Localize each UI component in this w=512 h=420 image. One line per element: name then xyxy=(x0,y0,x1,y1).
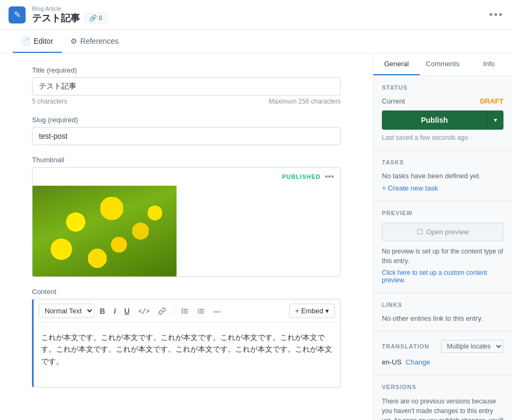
code-button[interactable]: </> xyxy=(135,305,153,317)
bullet-list-button[interactable] xyxy=(178,305,192,317)
topbar-left: ✎ Blog Article テスト記事 🔗 0 xyxy=(9,5,107,25)
nav-tabs: 📄 Editor ⚙ References xyxy=(0,30,512,53)
editor-toolbar: Normal Text Heading 1 Heading 2 B I U </… xyxy=(34,299,340,323)
panel-tab-comments[interactable]: Comments xyxy=(420,53,466,75)
editor-area: Title (required) 5 characters Maximum 25… xyxy=(0,53,373,420)
preview-section: PREVIEW ☐ Open preview No preview is set… xyxy=(373,201,512,293)
numbered-list-button[interactable]: 1.2.3. xyxy=(194,305,208,317)
publish-button[interactable]: Publish xyxy=(382,110,487,130)
embed-plus: + xyxy=(295,307,299,315)
versions-note: There are no previous versions because y… xyxy=(382,397,503,420)
status-row: Current DRAFT xyxy=(382,97,503,105)
thumbnail-box: PUBLISHED ••• xyxy=(32,167,341,277)
status-value: DRAFT xyxy=(480,97,503,105)
thumbnail-label: Thumbnail xyxy=(32,156,341,164)
right-panel: General Comments Info STATUS Current DRA… xyxy=(373,53,512,420)
versions-section-label: VERSIONS xyxy=(382,384,503,390)
topbar-title: テスト記事 🔗 0 xyxy=(32,12,107,25)
preview-icon: ☐ xyxy=(417,228,423,236)
translation-header-row: TRANSLATION Multiple locales Single loca… xyxy=(382,340,503,353)
translation-section-label: TRANSLATION xyxy=(382,343,429,350)
panel-tab-info[interactable]: Info xyxy=(466,53,512,75)
publish-btn-group: Publish ▾ xyxy=(382,110,503,130)
topbar-subtitle: Blog Article xyxy=(32,5,107,12)
svg-rect-11 xyxy=(199,312,204,313)
tab-editor[interactable]: 📄 Editor xyxy=(13,30,62,53)
svg-point-4 xyxy=(181,312,182,313)
preview-section-label: PREVIEW xyxy=(382,210,503,216)
links-section-label: LINKS xyxy=(382,302,503,308)
title-label: Title (required) xyxy=(32,66,341,74)
content-label: Content xyxy=(32,288,341,296)
slug-input[interactable] xyxy=(32,127,341,145)
title-max: Maximum 256 characters xyxy=(269,98,341,105)
topbar-title-group: Blog Article テスト記事 🔗 0 xyxy=(32,5,107,25)
status-key: Current xyxy=(382,97,405,105)
svg-point-2 xyxy=(181,310,182,311)
content-text: これが本文です。これが本文です。これが本文です。これが本文です。これが本文です。… xyxy=(41,333,332,366)
links-empty-text: No other entries link to this entry. xyxy=(382,314,503,322)
tasks-section-label: TASKS xyxy=(382,159,503,165)
tasks-section: TASKS No tasks have been defined yet. + … xyxy=(373,150,512,201)
main-layout: Title (required) 5 characters Maximum 25… xyxy=(0,53,512,420)
open-preview-button[interactable]: ☐ Open preview xyxy=(382,223,503,241)
thumbnail-field-group: Thumbnail PUBLISHED ••• xyxy=(32,156,341,277)
embed-chevron: ▾ xyxy=(325,307,329,315)
preview-note: No preview is set up for the content typ… xyxy=(382,247,503,266)
references-tab-icon: ⚙ xyxy=(70,37,77,45)
thumbnail-image[interactable] xyxy=(33,186,177,276)
editor-box: Normal Text Heading 1 Heading 2 B I U </… xyxy=(32,299,341,387)
svg-rect-7 xyxy=(199,308,204,309)
slug-label: Slug (required) xyxy=(32,116,341,124)
panel-tabs: General Comments Info xyxy=(373,53,512,76)
title-char-count: 5 characters xyxy=(32,98,67,105)
more-menu-button[interactable]: ••• xyxy=(489,9,503,21)
underline-button[interactable]: U xyxy=(121,305,133,318)
panel-tab-general[interactable]: General xyxy=(373,53,420,75)
embed-label: Embed xyxy=(301,307,323,315)
bold-button[interactable]: B xyxy=(97,305,108,318)
title-field-group: Title (required) 5 characters Maximum 25… xyxy=(32,66,341,105)
thumbnail-header: PUBLISHED ••• xyxy=(33,168,340,186)
toolbar-separator-1 xyxy=(173,307,174,315)
locale-tag: en-US xyxy=(382,358,402,366)
svg-rect-3 xyxy=(183,311,188,311)
hr-button[interactable]: — xyxy=(210,305,224,318)
thumbnail-menu-button[interactable]: ••• xyxy=(325,172,334,181)
page-title: テスト記事 xyxy=(32,12,80,25)
translation-locale-select[interactable]: Multiple locales Single locale xyxy=(441,340,503,353)
preview-btn-label: Open preview xyxy=(426,228,469,236)
svg-text:3.: 3. xyxy=(197,311,199,314)
italic-button[interactable]: I xyxy=(110,305,119,318)
locale-row: en-US Change xyxy=(382,358,503,366)
embed-button[interactable]: + Embed ▾ xyxy=(289,304,335,318)
svg-rect-9 xyxy=(199,311,204,311)
editor-tab-label: Editor xyxy=(34,37,53,45)
link-button[interactable] xyxy=(155,305,169,317)
link-icon: 🔗 xyxy=(89,14,97,22)
svg-rect-1 xyxy=(183,308,188,309)
topbar: ✎ Blog Article テスト記事 🔗 0 ••• xyxy=(0,0,512,30)
publish-dropdown-button[interactable]: ▾ xyxy=(487,110,503,130)
status-section-label: STATUS xyxy=(382,84,503,91)
status-section: STATUS Current DRAFT Publish ▾ Last save… xyxy=(373,76,512,150)
create-task-button[interactable]: + Create new task xyxy=(382,184,503,192)
links-section: LINKS No other entries link to this entr… xyxy=(373,293,512,331)
link-count: 0 xyxy=(99,14,102,22)
flower-overlay xyxy=(33,186,177,276)
tasks-empty-text: No tasks have been defined yet. xyxy=(382,172,503,180)
preview-setup-link[interactable]: Click here to set up a custom content pr… xyxy=(382,269,503,284)
text-style-select[interactable]: Normal Text Heading 1 Heading 2 xyxy=(39,304,94,318)
svg-rect-5 xyxy=(183,312,188,313)
versions-section: VERSIONS There are no previous versions … xyxy=(373,375,512,420)
app-icon: ✎ xyxy=(9,6,26,23)
tab-references[interactable]: ⚙ References xyxy=(62,30,127,53)
references-tab-label: References xyxy=(81,37,119,45)
locale-change-button[interactable]: Change xyxy=(406,358,430,366)
editor-content[interactable]: これが本文です。これが本文です。これが本文です。これが本文です。これが本文です。… xyxy=(34,323,340,387)
content-section: Content Normal Text Heading 1 Heading 2 … xyxy=(32,288,341,387)
link-badge: 🔗 0 xyxy=(84,13,107,23)
svg-point-0 xyxy=(181,308,182,310)
title-input[interactable] xyxy=(32,77,341,96)
slug-field-group: Slug (required) xyxy=(32,116,341,145)
